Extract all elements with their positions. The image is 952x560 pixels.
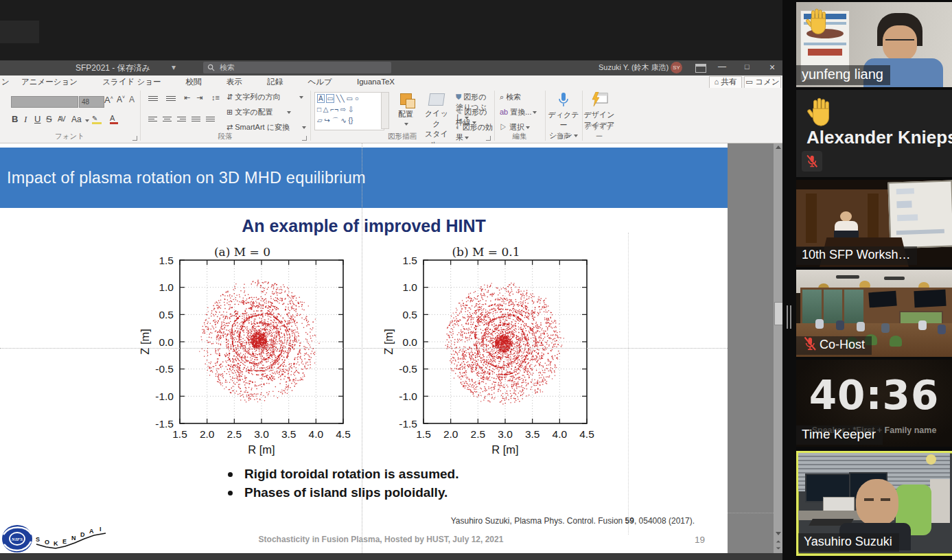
slide-editor-area: Impact of plasma rotation on 3D MHD equi… [0,143,782,553]
change-case-icon[interactable]: Aa [71,115,82,124]
shape-gallery[interactable]: A ▭ ╲╲ ▭ ○ □ △ ⌐¬ ⇨ ⇩ ▱ ↪ ⌒ ∿ {} [314,92,384,130]
windows [800,288,868,327]
align-right-icon[interactable] [177,115,186,123]
svg-text:1.5: 1.5 [172,428,187,440]
slide-scrollbar[interactable] [774,143,782,553]
participant-video-alexander-knieps[interactable]: Alexander Knieps [796,90,952,177]
save-state-caret-icon[interactable]: ▾ [172,62,176,72]
scroll-down-icon[interactable] [776,532,781,535]
next-slide-icon[interactable] [776,547,780,549]
previous-slide-icon[interactable] [776,540,780,542]
participant-video-yasuhiro-suzuki[interactable]: Yasuhiro Suzuki [796,451,952,556]
bullet-dot [228,472,233,477]
avatar[interactable]: SY [671,62,682,73]
tab-animations[interactable]: アニメーション [21,77,78,87]
ribbon-group-drawing: A ▭ ╲╲ ▭ ○ □ △ ⌐¬ ⇨ ⇩ ▱ ↪ ⌒ ∿ {} 配置 クイック… [312,88,493,143]
text-align-item[interactable]: ⊞ 文字の配置 [227,107,273,117]
justify-icon[interactable] [191,115,200,123]
svg-text:0.5: 0.5 [159,309,174,320]
tab-iguanatex[interactable]: IguanaTeX [357,78,395,86]
svg-text:-1.5: -1.5 [399,418,417,430]
tab-help[interactable]: ヘルプ [307,77,332,87]
bullet-item: Phases of island slips poloidally. [228,483,448,502]
bold-icon[interactable]: B [12,114,18,124]
underline-icon[interactable]: U [34,114,40,124]
share-button[interactable]: ⌂ 共有 [709,76,742,89]
participant-name: Time Keeper [796,425,883,445]
shape-gallery-scrollbar[interactable] [381,92,389,129]
sidebar-resize-handle[interactable] [790,305,791,329]
maximize-button[interactable]: □ [745,62,750,71]
lamp [926,454,936,465]
tab-review[interactable]: 校閲 [186,77,202,87]
svg-text:1.0: 1.0 [402,281,417,293]
account-name[interactable]: Suzuki Y. (鈴木 康浩) [599,62,669,73]
highlight-color-icon[interactable]: ✎ [92,114,102,124]
shelf [930,479,950,523]
guide-horizontal-center [0,348,728,349]
bullet-dot [228,491,233,495]
decrease-indent-icon[interactable]: ⇤ [184,93,190,102]
participant-video-time-keeper[interactable]: 40:36 Speaker : *First + Family name Tim… [796,360,952,447]
slide-canvas[interactable]: Impact of plasma rotation on 3D MHD equi… [0,143,728,553]
participant-video-co-host[interactable]: Co-Host [796,270,952,357]
grow-font-icon[interactable]: A˄ [104,95,113,105]
svg-text:1.5: 1.5 [159,255,174,266]
svg-text:0.0: 0.0 [402,336,417,348]
svg-text:3.5: 3.5 [525,428,540,440]
svg-text:-1.0: -1.0 [155,390,174,402]
char-spacing-icon[interactable]: AV [58,115,65,123]
document-title: SFP2021 - 保存済み [76,62,150,74]
italic-icon[interactable]: I [24,114,27,125]
bullets-icon[interactable] [148,95,158,102]
ribbon-display-options-icon[interactable] [695,64,706,73]
close-button[interactable]: × [769,62,775,73]
wall-tv [914,290,946,307]
text-direction-item[interactable]: ⇵ 文字列の方向 [227,92,281,102]
shrink-font-icon[interactable]: A˅ [117,95,125,104]
group-label-editing: 編集 [496,132,544,141]
group-label-drawing: 図形描画 [312,132,493,141]
tab-view[interactable]: 表示 [227,77,242,87]
tab-slideshow[interactable]: スライド ショー [102,77,161,87]
guide-horizontal-gray [728,513,774,513]
sidebar-resize-handle[interactable] [787,305,788,329]
smartart-item[interactable]: ⇄ SmartArt に変換 [227,122,290,132]
participant-video-yunfeng-liang[interactable]: yunfeng liang [796,2,952,87]
slide-header-banner: Impact of plasma rotation on 3D MHD equi… [0,148,728,208]
group-label-designer: デザイナー [583,122,615,141]
case-caret-icon [85,119,89,122]
clear-format-icon[interactable]: A [129,95,135,104]
tab-record[interactable]: 記録 [267,77,283,87]
increase-indent-icon[interactable]: ⇥ [196,93,202,102]
font-name-combo[interactable] [11,96,78,108]
design-ideas-icon[interactable] [592,92,608,107]
participant-name: Alexander Knieps [806,127,952,148]
svg-text:Z [m]: Z [m] [384,329,395,355]
font-color-icon[interactable]: A [110,114,118,124]
line-spacing-icon[interactable]: ↕≡ [211,93,220,102]
strikethrough-icon[interactable]: S [46,114,52,124]
scroll-up-icon[interactable] [776,145,781,149]
ppt-titlebar: SFP2021 - 保存済み ▾ 検索 Suzuki Y. (鈴木 康浩) SY… [0,60,782,75]
person-head [856,479,898,526]
minimize-button[interactable]: — [718,62,726,71]
find-item[interactable]: ⌕ 検索 [500,92,521,102]
tab-clipped[interactable]: ン [1,77,10,87]
font-size-combo[interactable]: 48 [79,96,104,108]
align-left-icon[interactable] [148,115,157,123]
participant-video-sfp-workshop[interactable]: 10th SFP Worksh… [796,180,952,267]
replace-item[interactable]: ab 置換... [500,107,537,117]
arrange-button[interactable]: 配置 [394,93,417,128]
dictation-mic-icon[interactable] [558,92,569,108]
ceiling-fan [884,277,905,280]
numbering-icon[interactable] [166,95,176,102]
svg-text:(a) M = 0: (a) M = 0 [214,245,270,259]
raised-hand-icon [806,97,837,128]
select-item[interactable]: ▷ 選択 [500,122,530,132]
columns-icon[interactable] [206,115,215,123]
search-input[interactable]: 検索 [203,62,391,73]
svg-text:3.5: 3.5 [281,428,297,440]
align-center-icon[interactable] [163,115,172,123]
comments-button[interactable]: ▭ コメント [744,76,781,89]
